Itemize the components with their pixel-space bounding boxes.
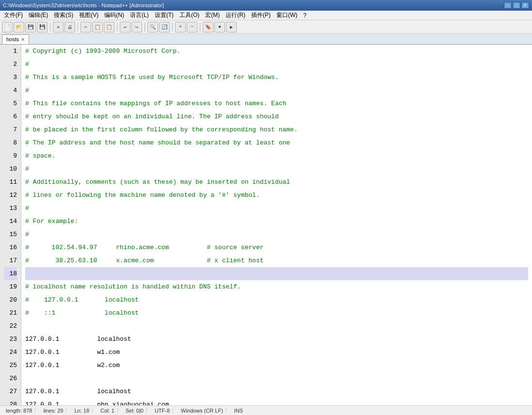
line-number-15: 15	[4, 228, 17, 241]
toolbar-sep-2	[78, 23, 78, 32]
code-line-19: # localhost name resolution is handled w…	[25, 280, 528, 293]
code-line-22	[25, 319, 528, 333]
line-number-8: 8	[4, 136, 17, 149]
line-number-7: 7	[4, 123, 17, 136]
zoom-in-button[interactable]: +	[175, 22, 186, 32]
menu-item-p[interactable]: 插件(P)	[248, 11, 274, 20]
code-line-6: # entry should be kept on an individual …	[25, 110, 528, 123]
macro-button[interactable]: ●	[214, 22, 225, 32]
copy-button[interactable]: 📋	[92, 22, 103, 32]
undo-button[interactable]: ↩	[120, 22, 130, 32]
menu-item-[interactable]: ?	[300, 12, 309, 19]
code-line-5: # This file contains the mappings of IP …	[25, 97, 528, 110]
new-button[interactable]: 📄	[2, 22, 13, 32]
code-line-24: 127.0.0.1 w1.com	[25, 346, 528, 359]
line-number-12: 12	[4, 189, 17, 202]
code-line-1: # Copyright (c) 1993-2009 Microsoft Corp…	[25, 45, 528, 58]
line-number-13: 13	[4, 202, 17, 215]
status-col: Col: 1	[97, 408, 118, 414]
menu-item-e[interactable]: 编辑(E)	[26, 11, 51, 20]
code-line-15: #	[25, 228, 528, 241]
line-number-25: 25	[4, 359, 17, 372]
print-button[interactable]: 🖨	[64, 22, 75, 32]
cut-button[interactable]: ✂	[81, 22, 91, 32]
line-number-16: 16	[4, 241, 17, 254]
code-line-7: # be placed in the first column followed…	[25, 123, 528, 136]
close-button[interactable]: ✕	[521, 2, 529, 9]
code-area[interactable]: # Copyright (c) 1993-2009 Microsoft Corp…	[21, 45, 532, 405]
toolbar-sep-1	[50, 23, 50, 32]
status-ins: INS	[231, 408, 246, 414]
replace-button[interactable]: 🔄	[159, 22, 170, 32]
find-button[interactable]: 🔍	[147, 22, 158, 32]
code-line-3: # This is a sample HOSTS file used by Mi…	[25, 71, 528, 84]
code-line-20: # 127.0.0.1 localhost	[25, 293, 528, 306]
zoom-out-button[interactable]: −	[187, 22, 197, 32]
code-line-9: # space.	[25, 149, 528, 162]
tab-bar: hosts ✕	[0, 34, 532, 45]
line-number-28: 28	[4, 398, 17, 405]
status-line-ending: Windows (CR LF)	[178, 408, 226, 414]
line-number-26: 26	[4, 372, 17, 385]
code-line-12: # lines or following the machine name de…	[25, 189, 528, 202]
line-number-24: 24	[4, 346, 17, 359]
menu-item-l[interactable]: 语言(L)	[127, 11, 152, 20]
toolbar-sep-6	[200, 23, 200, 32]
code-line-26	[25, 372, 528, 385]
menu-item-s[interactable]: 搜索(S)	[51, 11, 76, 20]
code-line-10: #	[25, 162, 528, 176]
title-buttons: ─ □ ✕	[504, 2, 529, 9]
line-number-3: 3	[4, 71, 17, 84]
toolbar-sep-5	[172, 23, 173, 32]
line-number-2: 2	[4, 58, 17, 71]
bookmark-button[interactable]: 🔖	[203, 22, 213, 32]
run-macro-button[interactable]: ▶	[226, 22, 237, 32]
menu-item-f[interactable]: 文件(F)	[1, 11, 26, 20]
line-number-17: 17	[4, 254, 17, 267]
line-number-11: 11	[4, 176, 17, 189]
line-number-23: 23	[4, 333, 17, 346]
code-line-4: #	[25, 84, 528, 97]
paste-button[interactable]: 📋	[104, 22, 114, 32]
save-all-button[interactable]: 💾	[37, 22, 48, 32]
open-button[interactable]: 📂	[14, 22, 24, 32]
code-line-8: # The IP address and the host name shoul…	[25, 136, 528, 149]
minimize-button[interactable]: ─	[504, 2, 512, 9]
menu-item-o[interactable]: 工具(O)	[177, 11, 202, 20]
code-line-18	[25, 267, 528, 280]
toolbar: 📄 📂 💾 💾 ✕ 🖨 ✂ 📋 📋 ↩ ↪ 🔍 🔄 + − 🔖 ● ▶	[0, 20, 532, 34]
line-number-5: 5	[4, 97, 17, 110]
status-sel: Sel: 0|0	[123, 408, 147, 414]
maximize-button[interactable]: □	[513, 2, 520, 9]
save-button[interactable]: 💾	[25, 22, 36, 32]
menu-item-m[interactable]: 宏(M)	[202, 11, 223, 20]
line-number-19: 19	[4, 280, 17, 293]
line-number-4: 4	[4, 84, 17, 97]
code-line-2: #	[25, 58, 528, 71]
status-lines: lines: 29	[40, 408, 66, 414]
code-line-21: # ::1 localhost	[25, 306, 528, 319]
line-number-22: 22	[4, 319, 17, 333]
menu-item-w[interactable]: 窗口(W)	[274, 11, 300, 20]
menu-item-v[interactable]: 视图(V)	[76, 11, 101, 20]
tab-label: hosts	[6, 36, 19, 42]
status-length: length: 878	[3, 408, 35, 414]
code-line-25: 127.0.0.1 w2.com	[25, 359, 528, 372]
menu-item-r[interactable]: 运行(R)	[223, 11, 248, 20]
close-tab-button[interactable]: ✕	[53, 22, 64, 32]
code-line-23: 127.0.0.1 localhost	[25, 333, 528, 346]
line-number-20: 20	[4, 293, 17, 306]
tab-close-button[interactable]: ✕	[21, 37, 25, 42]
menu-item-t[interactable]: 设置(T)	[152, 11, 177, 20]
code-line-27: 127.0.0.1 localhost	[25, 385, 528, 398]
toolbar-sep-3	[117, 23, 117, 32]
line-numbers: 1234567891011121314151617181920212223242…	[0, 45, 21, 405]
tab-hosts[interactable]: hosts ✕	[2, 34, 29, 44]
line-number-1: 1	[4, 45, 17, 58]
redo-button[interactable]: ↪	[131, 22, 142, 32]
line-number-27: 27	[4, 385, 17, 398]
line-number-10: 10	[4, 162, 17, 176]
menu-item-n[interactable]: 编码(N)	[101, 11, 127, 20]
toolbar-sep-4	[145, 23, 145, 32]
code-line-14: # For example:	[25, 215, 528, 228]
